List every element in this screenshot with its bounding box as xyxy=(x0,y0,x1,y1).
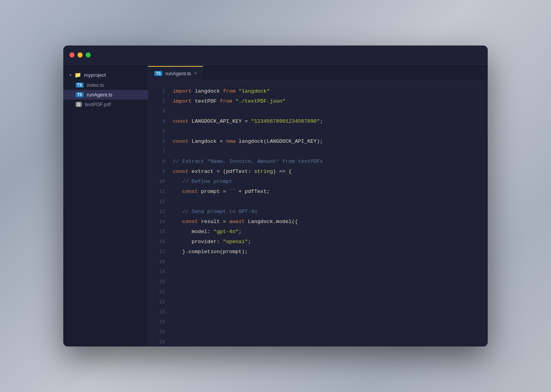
code-line-2: import textPDF from "./textPDF.json" xyxy=(173,96,488,106)
code-editor[interactable]: 12345 678910 1112131415 1617181920 21222… xyxy=(148,80,488,346)
traffic-lights xyxy=(69,52,91,57)
title-bar xyxy=(63,46,488,65)
main-content: ▾ 📁 myproject TS index.ts TS runAgent.ts… xyxy=(63,65,488,346)
line-numbers: 12345 678910 1112131415 1617181920 21222… xyxy=(148,80,170,346)
code-line-10: // Define prompt xyxy=(173,177,488,187)
code-line-4: const LANGDOCK_API_KEY = "12345678901234… xyxy=(173,117,488,127)
ts-badge: TS xyxy=(76,92,84,97)
code-line-19 xyxy=(173,267,488,277)
minimize-button[interactable] xyxy=(78,52,83,57)
sidebar-item-runagent-ts[interactable]: TS runAgent.ts xyxy=(63,90,148,100)
code-line-1: import langdock from "langdock" xyxy=(173,86,488,96)
code-line-22 xyxy=(173,297,488,307)
editor-window: ▾ 📁 myproject TS index.ts TS runAgent.ts… xyxy=(63,46,488,346)
code-line-12 xyxy=(173,197,488,207)
code-line-3 xyxy=(173,106,488,117)
code-line-8: // Extract "Name, Invoice, Amount" from … xyxy=(173,157,488,167)
code-line-17: }.completion(prompt); xyxy=(173,247,488,257)
code-line-20 xyxy=(173,277,488,287)
code-line-11: const prompt = `` + pdfText; xyxy=(173,187,488,197)
sidebar-item-textpdf[interactable]: {} textPDF.pdf xyxy=(63,100,148,109)
code-line-25 xyxy=(173,327,488,337)
tab-bar: TS runAgent.ts × xyxy=(148,65,488,80)
maximize-button[interactable] xyxy=(86,52,91,57)
code-line-7 xyxy=(173,147,488,157)
file-name: textPDF.pdf xyxy=(85,101,111,107)
tab-close-icon[interactable]: × xyxy=(194,71,197,76)
ts-badge: TS xyxy=(76,83,84,88)
editor-area: TS runAgent.ts × 12345 678910 1112131415… xyxy=(148,65,488,346)
code-line-21 xyxy=(173,287,488,297)
project-name: myproject xyxy=(84,72,106,78)
code-line-15: model: "gpt-4o"; xyxy=(173,227,488,237)
sidebar: ▾ 📁 myproject TS index.ts TS runAgent.ts… xyxy=(63,65,148,346)
code-line-16: provider: "openai"; xyxy=(173,237,488,247)
code-line-26 xyxy=(173,337,488,346)
code-line-13: // Send prompt to GPT-4o xyxy=(173,207,488,217)
file-name: index.ts xyxy=(87,82,104,88)
file-name: runAgent.ts xyxy=(87,92,113,98)
sidebar-item-index-ts[interactable]: TS index.ts xyxy=(63,80,148,90)
code-line-6: const Langdock = new langdock(LANGDOCK_A… xyxy=(173,137,488,147)
tab-filename: runAgent.ts xyxy=(166,71,191,76)
sidebar-project[interactable]: ▾ 📁 myproject xyxy=(63,69,148,80)
tab-ts-badge: TS xyxy=(154,71,162,76)
code-line-24 xyxy=(173,317,488,327)
close-button[interactable] xyxy=(69,52,74,57)
chevron-icon: ▾ xyxy=(69,73,71,77)
code-line-23 xyxy=(173,307,488,317)
code-line-18 xyxy=(173,257,488,267)
folder-icon: 📁 xyxy=(74,72,81,78)
code-line-14: const result = await Langdock.model({ xyxy=(173,217,488,227)
json-badge: {} xyxy=(76,102,82,107)
code-content: import langdock from "langdock" import t… xyxy=(170,80,488,346)
code-line-5 xyxy=(173,127,488,137)
active-tab[interactable]: TS runAgent.ts × xyxy=(148,66,203,80)
code-line-9: const extract = (pdfText: string) => { xyxy=(173,167,488,177)
